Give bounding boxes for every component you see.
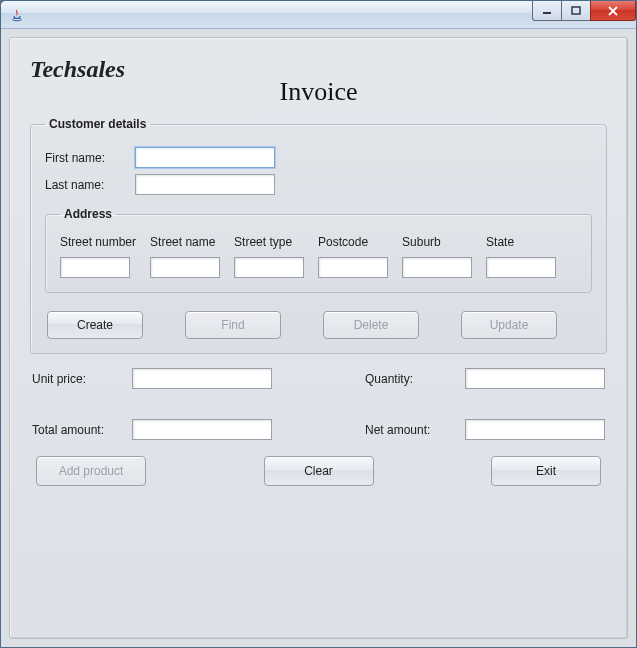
client-area: Techsales Invoice Customer details First…	[1, 29, 636, 647]
create-button[interactable]: Create	[47, 311, 143, 339]
street-name-label: Street name	[150, 235, 220, 249]
close-button[interactable]	[590, 1, 636, 21]
last-name-label: Last name:	[45, 178, 135, 192]
update-button[interactable]: Update	[461, 311, 557, 339]
street-number-input[interactable]	[60, 257, 130, 278]
total-amount-input[interactable]	[132, 419, 272, 440]
last-name-input[interactable]	[135, 174, 275, 195]
street-type-input[interactable]	[234, 257, 304, 278]
main-panel: Techsales Invoice Customer details First…	[9, 37, 628, 639]
street-type-label: Street type	[234, 235, 304, 249]
street-name-input[interactable]	[150, 257, 220, 278]
street-number-label: Street number	[60, 235, 136, 249]
minimize-button[interactable]	[532, 1, 562, 21]
java-icon	[9, 7, 25, 23]
find-button[interactable]: Find	[185, 311, 281, 339]
state-input[interactable]	[486, 257, 556, 278]
quantity-label: Quantity:	[365, 372, 465, 386]
svg-point-0	[13, 18, 22, 21]
window-controls	[533, 1, 636, 21]
first-name-input[interactable]	[135, 147, 275, 168]
suburb-label: Suburb	[402, 235, 472, 249]
exit-button[interactable]: Exit	[491, 456, 601, 486]
unit-price-input[interactable]	[132, 368, 272, 389]
customer-details-legend: Customer details	[45, 117, 150, 131]
amounts-grid: Unit price: Quantity: Total amount: Net …	[32, 368, 605, 440]
address-legend: Address	[60, 207, 116, 221]
net-amount-label: Net amount:	[365, 423, 465, 437]
customer-details-group: Customer details First name: Last name: …	[30, 117, 607, 354]
maximize-button[interactable]	[561, 1, 591, 21]
titlebar	[1, 1, 636, 29]
svg-rect-1	[543, 12, 551, 14]
svg-rect-2	[572, 7, 580, 14]
address-group: Address Street number Street name Street…	[45, 207, 592, 293]
postcode-input[interactable]	[318, 257, 388, 278]
suburb-input[interactable]	[402, 257, 472, 278]
add-product-button[interactable]: Add product	[36, 456, 146, 486]
postcode-label: Postcode	[318, 235, 388, 249]
state-label: State	[486, 235, 556, 249]
unit-price-label: Unit price:	[32, 372, 132, 386]
net-amount-input[interactable]	[465, 419, 605, 440]
first-name-label: First name:	[45, 151, 135, 165]
delete-button[interactable]: Delete	[323, 311, 419, 339]
clear-button[interactable]: Clear	[264, 456, 374, 486]
application-window: Techsales Invoice Customer details First…	[0, 0, 637, 648]
total-amount-label: Total amount:	[32, 423, 132, 437]
quantity-input[interactable]	[465, 368, 605, 389]
